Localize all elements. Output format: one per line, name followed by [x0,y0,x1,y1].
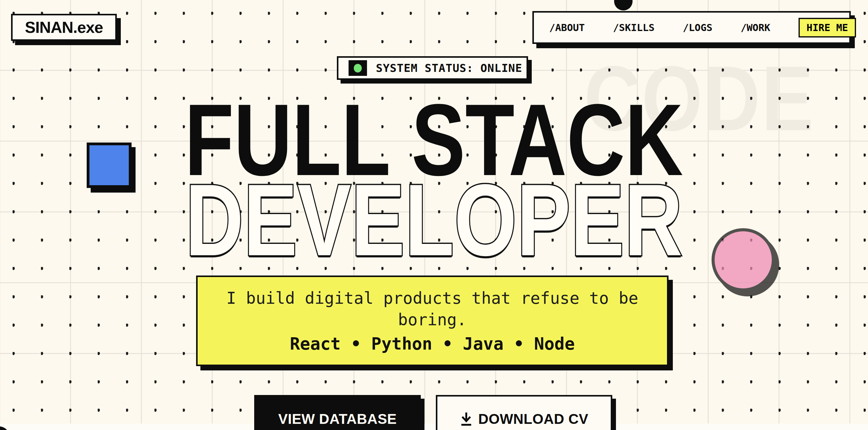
status-text: SYSTEM STATUS: ONLINE [376,62,522,74]
portfolio-hero-page: { "colors": { "background": "#fdf9ee", "… [0,0,868,430]
hero-title-line2: DEVELOPER [0,169,868,271]
system-status-badge: SYSTEM STATUS: ONLINE [337,56,528,80]
status-indicator-chip [348,60,367,76]
main-navbar: /ABOUT /SKILLS /LOGS /WORK HIRE ME [532,11,851,44]
black-dot-decor [614,0,632,10]
view-database-label: VIEW DATABASE [278,411,397,427]
tech-stack-text: React • Python • Java • Node [216,333,649,355]
view-database-button[interactable]: VIEW DATABASE [254,395,421,430]
nav-link-logs[interactable]: /LOGS [683,22,712,33]
online-dot-icon [354,64,362,72]
nav-link-work[interactable]: /WORK [741,22,770,33]
download-icon [460,411,473,426]
download-cv-button[interactable]: DOWNLOAD CV [436,395,612,430]
site-logo[interactable]: SINAN.exe [11,14,117,41]
tagline-text: I build digital products that refuse to … [216,288,649,330]
hire-me-button[interactable]: HIRE ME [799,18,856,37]
tagline-card: I build digital products that refuse to … [196,275,669,366]
next-section-edge [0,424,868,430]
nav-link-about[interactable]: /ABOUT [549,22,585,33]
download-cv-label: DOWNLOAD CV [478,411,588,427]
nav-link-skills[interactable]: /SKILLS [613,22,655,33]
